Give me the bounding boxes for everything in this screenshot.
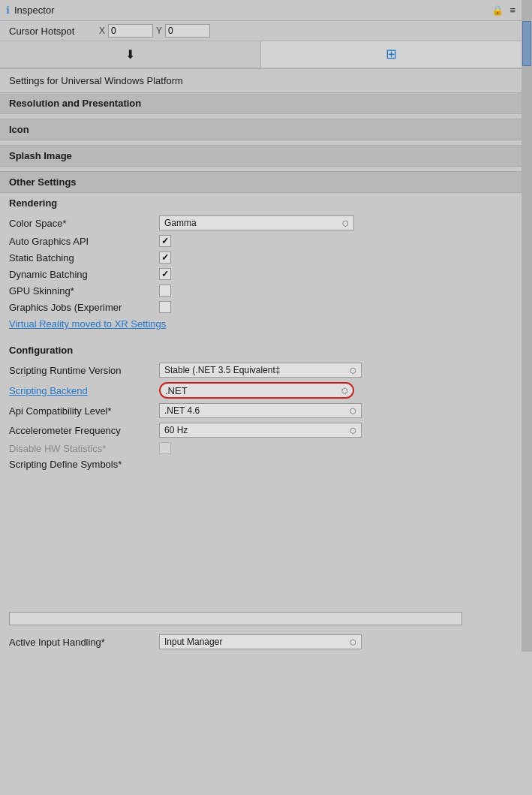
- color-space-arrow: ⬡: [342, 219, 349, 227]
- scripting-runtime-value: Stable (.NET 3.5 Equivalent‡ ⬡: [159, 363, 512, 378]
- accel-freq-dropdown-text: 60 Hz: [164, 425, 347, 435]
- section-resolution-label: Resolution and Presentation: [9, 98, 141, 109]
- section-other-settings[interactable]: Other Settings: [0, 171, 521, 193]
- tab-download[interactable]: ⬇: [0, 41, 261, 68]
- menu-icon[interactable]: ≡: [509, 5, 515, 16]
- section-other-settings-label: Other Settings: [9, 176, 77, 188]
- title-bar-icons: 🔒 ≡: [491, 5, 515, 16]
- subsection-configuration: Configuration: [0, 340, 521, 360]
- scripting-define-input[interactable]: [9, 612, 462, 625]
- color-space-dropdown-text: Gamma: [164, 218, 339, 228]
- api-compat-dropdown[interactable]: .NET 4.6 ⬡: [159, 403, 362, 418]
- x-label: X: [99, 26, 107, 36]
- scripting-runtime-row: Scripting Runtime Version Stable (.NET 3…: [0, 360, 521, 380]
- scrollbar[interactable]: [521, 0, 532, 652]
- auto-graphics-row: Auto Graphics API: [0, 233, 521, 249]
- download-icon: ⬇: [125, 47, 135, 62]
- vr-link-text: Virtual Reality moved to XR Settings: [9, 318, 166, 330]
- info-icon: ℹ: [6, 5, 10, 16]
- tab-windows[interactable]: ⊞: [261, 41, 521, 68]
- scripting-runtime-dropdown[interactable]: Stable (.NET 3.5 Equivalent‡ ⬡: [159, 363, 362, 378]
- scripting-runtime-dropdown-text: Stable (.NET 3.5 Equivalent‡: [164, 365, 347, 375]
- scripting-backend-arrow: ⬡: [341, 387, 348, 395]
- disable-hw-label: Disable HW Statistics*: [9, 443, 159, 454]
- active-input-arrow: ⬡: [350, 638, 356, 646]
- gpu-skinning-value: [159, 285, 512, 297]
- subsection-rendering: Rendering: [0, 193, 521, 213]
- scripting-backend-label[interactable]: Scripting Backend: [9, 385, 159, 396]
- disable-hw-checkbox[interactable]: [159, 442, 171, 454]
- graphics-jobs-row: Graphics Jobs (Experimer: [0, 299, 521, 315]
- accel-freq-dropdown[interactable]: 60 Hz ⬡: [159, 423, 362, 438]
- disable-hw-value: [159, 442, 512, 454]
- vr-link[interactable]: Virtual Reality moved to XR Settings: [0, 315, 521, 333]
- x-input[interactable]: [108, 24, 153, 38]
- section-splash[interactable]: Splash Image: [0, 145, 521, 167]
- color-space-label: Color Space*: [9, 218, 159, 229]
- scripting-define-label: Scripting Define Symbols*: [9, 459, 122, 609]
- accel-freq-value: 60 Hz ⬡: [159, 423, 512, 438]
- title-bar-text: Inspector: [14, 5, 54, 16]
- scripting-backend-row: Scripting Backend .NET ⬡: [0, 380, 521, 401]
- section-icon-label: Icon: [9, 124, 29, 135]
- api-compat-row: Api Compatibility Level* .NET 4.6 ⬡: [0, 401, 521, 420]
- accel-freq-arrow: ⬡: [350, 426, 356, 435]
- api-compat-arrow: ⬡: [350, 407, 356, 415]
- scripting-backend-dropdown[interactable]: .NET ⬡: [159, 382, 354, 399]
- y-label: Y: [156, 26, 164, 36]
- color-space-dropdown[interactable]: Gamma ⬡: [159, 215, 354, 230]
- accel-freq-label: Accelerometer Frequency: [9, 425, 159, 436]
- cursor-hotspot-row: Cursor Hotspot X Y: [0, 21, 521, 41]
- color-space-row: Color Space* Gamma ⬡: [0, 213, 521, 233]
- title-bar: ℹ Inspector 🔒 ≡: [0, 0, 521, 21]
- active-input-label: Active Input Handling*: [9, 637, 159, 648]
- static-batching-label: Static Batching: [9, 252, 159, 263]
- auto-graphics-checkbox[interactable]: [159, 235, 171, 247]
- gpu-skinning-row: GPU Skinning*: [0, 282, 521, 299]
- scripting-backend-dropdown-text: .NET: [165, 385, 338, 396]
- static-batching-row: Static Batching: [0, 249, 521, 266]
- cursor-hotspot-label: Cursor Hotspot: [9, 26, 99, 37]
- api-compat-label: Api Compatibility Level*: [9, 405, 159, 417]
- auto-graphics-value: [159, 235, 512, 247]
- y-input[interactable]: [165, 24, 210, 38]
- scripting-runtime-arrow: ⬡: [350, 366, 356, 375]
- rendering-title: Rendering: [9, 197, 57, 209]
- scrollbar-thumb[interactable]: [522, 21, 531, 66]
- active-input-row: Active Input Handling* Input Manager ⬡: [0, 632, 521, 652]
- settings-title: Settings for Universal Windows Platform: [0, 69, 521, 92]
- api-compat-dropdown-text: .NET 4.6: [164, 405, 347, 416]
- auto-graphics-label: Auto Graphics API: [9, 236, 159, 247]
- graphics-jobs-value: [159, 301, 512, 313]
- x-coord-group: X: [99, 24, 153, 38]
- gpu-skinning-label: GPU Skinning*: [9, 285, 159, 297]
- section-icon[interactable]: Icon: [0, 119, 521, 140]
- active-input-dropdown[interactable]: Input Manager ⬡: [159, 634, 362, 649]
- static-batching-checkbox[interactable]: [159, 251, 171, 263]
- graphics-jobs-label: Graphics Jobs (Experimer: [9, 302, 159, 313]
- section-splash-label: Splash Image: [9, 150, 72, 161]
- dynamic-batching-value: [159, 268, 512, 280]
- scripting-backend-value: .NET ⬡: [159, 382, 512, 399]
- configuration-title: Configuration: [9, 345, 73, 356]
- settings-title-text: Settings for Universal Windows Platform: [9, 75, 183, 86]
- tab-bar: ⬇ ⊞: [0, 41, 521, 69]
- disable-hw-row: Disable HW Statistics*: [0, 440, 521, 456]
- cursor-inputs: X Y: [99, 24, 210, 38]
- active-input-value: Input Manager ⬡: [159, 634, 512, 649]
- scripting-runtime-label: Scripting Runtime Version: [9, 365, 159, 376]
- lock-icon[interactable]: 🔒: [491, 5, 503, 16]
- dynamic-batching-label: Dynamic Batching: [9, 269, 159, 280]
- graphics-jobs-checkbox[interactable]: [159, 301, 171, 313]
- dynamic-batching-checkbox[interactable]: [159, 268, 171, 280]
- static-batching-value: [159, 251, 512, 263]
- windows-icon: ⊞: [386, 46, 397, 62]
- color-space-value: Gamma ⬡: [159, 215, 512, 230]
- dynamic-batching-row: Dynamic Batching: [0, 266, 521, 282]
- section-resolution[interactable]: Resolution and Presentation: [0, 92, 521, 114]
- active-input-dropdown-text: Input Manager: [164, 637, 347, 647]
- y-coord-group: Y: [156, 24, 210, 38]
- gpu-skinning-checkbox[interactable]: [159, 285, 171, 297]
- accel-freq-row: Accelerometer Frequency 60 Hz ⬡: [0, 420, 521, 440]
- scripting-define-row: Scripting Define Symbols*: [0, 456, 521, 628]
